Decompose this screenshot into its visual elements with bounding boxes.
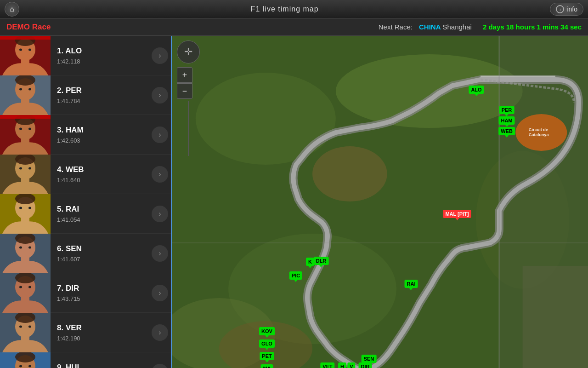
svg-point-5 <box>28 48 31 51</box>
main-layout: 1. ALO 1:42.118 › 2. PER 1:41.784 › <box>0 36 588 368</box>
driver-expand-arrow[interactable]: › <box>152 245 168 262</box>
map-marker-dlr[interactable]: DLR <box>314 257 329 265</box>
zoom-in-button[interactable]: + <box>177 67 192 83</box>
driver-expand-arrow[interactable]: › <box>152 87 168 104</box>
map-marker-alo[interactable]: ALO <box>469 86 484 94</box>
svg-point-48 <box>19 325 22 328</box>
map-marker-h[interactable]: H <box>338 362 346 368</box>
map-marker-glo[interactable]: GLO <box>259 339 275 348</box>
svg-rect-46 <box>21 336 29 342</box>
driver-row[interactable]: 5. RAI 1:41.054 › <box>0 194 171 234</box>
driver-time: 1:43.715 <box>57 295 145 302</box>
home-icon: ⌂ <box>10 5 14 13</box>
driver-name: 2. PER <box>57 86 145 95</box>
driver-avatar <box>0 155 51 194</box>
map-marker-rai[interactable]: RAI <box>405 280 418 288</box>
pan-button[interactable]: ✛ <box>177 40 200 63</box>
driver-avatar <box>0 75 51 115</box>
next-race-static-text: Next Race: <box>379 23 413 31</box>
driver-expand-arrow[interactable]: › <box>152 47 168 64</box>
svg-point-58 <box>336 54 523 128</box>
svg-rect-22 <box>21 178 29 184</box>
map-marker-k[interactable]: K <box>306 258 314 266</box>
map-marker-pet[interactable]: PET <box>260 352 274 360</box>
driver-row[interactable]: 8. VER 1:42.190 › <box>0 313 171 352</box>
map-marker-pic[interactable]: PIC <box>289 271 302 280</box>
svg-rect-34 <box>21 257 29 263</box>
svg-point-54 <box>19 365 22 367</box>
driver-name: 3. HAM <box>57 126 145 135</box>
driver-expand-arrow[interactable]: › <box>152 166 168 183</box>
driver-expand-arrow[interactable]: › <box>152 285 168 301</box>
home-button[interactable]: ⌂ <box>5 2 19 17</box>
svg-point-62 <box>312 146 387 201</box>
driver-row[interactable]: 1. ALO 1:42.118 › <box>0 36 171 75</box>
map-marker-vet[interactable]: VET <box>320 362 334 368</box>
driver-info: 5. RAI 1:41.054 <box>51 205 152 223</box>
app-title: F1 live timing map <box>251 5 319 13</box>
driver-avatar <box>0 115 51 155</box>
driver-list: 1. ALO 1:42.118 › 2. PER 1:41.784 › <box>0 36 172 368</box>
driver-row[interactable]: 2. PER 1:41.784 › <box>0 75 171 115</box>
map-area[interactable]: Circuit de Catalunya ✛ + − ALOPERHAMWEBM… <box>172 36 588 368</box>
driver-info: 1. ALO 1:42.118 <box>51 46 152 65</box>
info-label: info <box>567 6 577 13</box>
svg-point-12 <box>28 88 31 90</box>
svg-point-49 <box>28 325 31 328</box>
driver-row[interactable]: 9. HUL 1:42.500 › <box>0 352 171 368</box>
demo-race-label: DEMO Race <box>6 23 51 32</box>
track-svg: Circuit de Catalunya <box>172 36 588 368</box>
driver-info: 8. VER 1:42.190 <box>51 323 152 342</box>
driver-time: 1:41.607 <box>57 256 145 263</box>
driver-expand-arrow[interactable]: › <box>152 364 168 368</box>
svg-rect-6 <box>0 36 51 40</box>
svg-point-42 <box>19 286 22 288</box>
map-marker-mal_pit[interactable]: MAL [PIT] <box>443 210 471 218</box>
driver-row[interactable]: 7. DIR 1:43.715 › <box>0 273 171 313</box>
driver-info: 9. HUL 1:42.500 <box>51 363 152 368</box>
svg-rect-15 <box>21 138 29 144</box>
svg-rect-28 <box>21 217 29 224</box>
svg-point-57 <box>196 73 336 165</box>
driver-info: 2. PER 1:41.784 <box>51 86 152 104</box>
next-race-info: Next Race: CHINA Shanghai 2 days 18 hour… <box>379 23 582 31</box>
map-marker-per[interactable]: PER <box>499 106 514 114</box>
map-marker-ma[interactable]: MA <box>260 364 273 368</box>
driver-name: 8. VER <box>57 323 145 333</box>
svg-point-4 <box>19 48 22 51</box>
driver-expand-arrow[interactable]: › <box>152 206 168 222</box>
driver-info: 3. HAM 1:42.603 <box>51 126 152 144</box>
driver-expand-arrow[interactable]: › <box>152 126 168 143</box>
driver-row[interactable]: 3. HAM 1:42.603 › <box>0 115 171 155</box>
svg-point-31 <box>28 207 31 209</box>
driver-name: 9. HUL <box>57 363 145 368</box>
driver-name: 7. DIR <box>57 284 145 293</box>
driver-time: 1:41.640 <box>57 177 145 184</box>
map-marker-sen_map[interactable]: SEN <box>362 355 377 363</box>
svg-point-30 <box>19 207 22 209</box>
driver-name: 5. RAI <box>57 205 145 214</box>
svg-point-18 <box>28 127 31 130</box>
driver-row[interactable]: 4. WEB 1:41.640 › <box>0 155 171 194</box>
map-marker-kov[interactable]: KOV <box>259 327 275 335</box>
map-marker-web[interactable]: WEB <box>498 127 515 135</box>
svg-point-37 <box>28 246 31 248</box>
svg-point-24 <box>19 167 22 169</box>
info-button[interactable]: i info <box>550 3 583 16</box>
next-race-country: CHINA <box>419 23 441 31</box>
driver-info: 7. DIR 1:43.715 <box>51 284 152 302</box>
driver-time: 1:42.190 <box>57 335 145 342</box>
driver-avatar <box>0 352 51 368</box>
map-marker-ham[interactable]: HAM <box>498 116 514 125</box>
map-marker-v[interactable]: V <box>347 362 355 368</box>
svg-point-11 <box>19 88 22 90</box>
driver-avatar <box>0 194 51 234</box>
driver-time: 1:42.603 <box>57 137 145 144</box>
driver-avatar <box>0 313 51 352</box>
svg-text:Circuit de: Circuit de <box>529 127 548 132</box>
zoom-controls: + − <box>177 67 200 99</box>
driver-row[interactable]: 6. SEN 1:41.607 › <box>0 234 171 273</box>
zoom-out-button[interactable]: − <box>177 83 192 99</box>
info-icon: i <box>556 5 564 13</box>
driver-expand-arrow[interactable]: › <box>152 324 168 341</box>
